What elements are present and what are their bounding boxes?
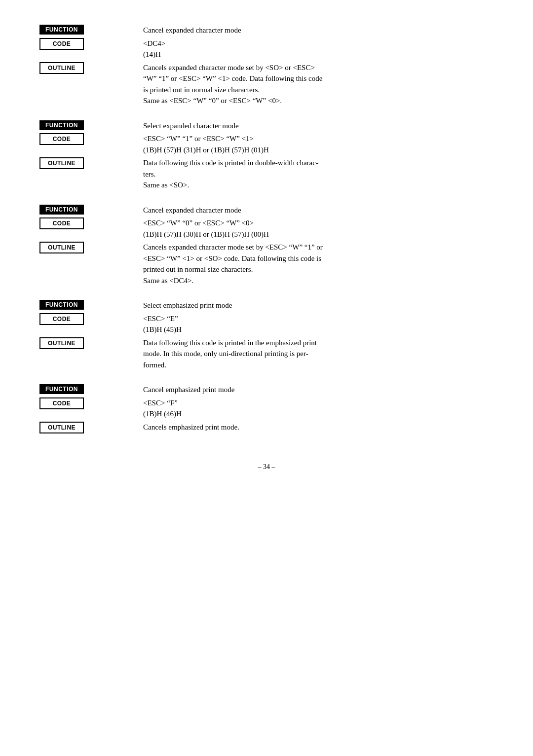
function-badge-1: FUNCTION [39,25,84,35]
outline-line-4-0: Data following this code is printed in t… [143,337,494,349]
function-label-1: FUNCTION [39,25,143,35]
outline-badge-3: OUTLINE [39,242,84,253]
code-badge-1: CODE [39,38,84,50]
code-badge-2: CODE [39,133,84,145]
code-line-2-1: (1B)H (57)H (31)H or (1B)H (57)H (01)H [143,144,494,156]
outline-line-3-3: Same as <DC4>. [143,275,494,287]
code-line-2-0: <ESC> “W” “1” or <ESC> “W” <1> [143,133,494,144]
outline-text-1: Cancels expanded character mode set by <… [143,62,494,107]
outline-text-4: Data following this code is printed in t… [143,337,494,371]
outline-line-1-1: “W” “1” or <ESC> “W” <1> code. Data foll… [143,73,494,84]
code-row-3: CODE <ESC> “W” “0” or <ESC> “W” <0> (1B)… [39,217,494,240]
outline-line-5-0: Cancels emphasized print mode. [143,422,494,433]
code-text-1: <DC4> (14)H [143,38,494,60]
entry-5: FUNCTION Cancel emphasized print mode CO… [39,384,494,433]
outline-label-3: OUTLINE [39,242,143,253]
outline-badge-4: OUTLINE [39,337,84,349]
page-content: FUNCTION Cancel expanded character mode … [39,25,494,471]
outline-line-4-2: formed. [143,360,494,371]
code-row-4: CODE <ESC> “E” (1B)H (45)H [39,313,494,335]
outline-line-1-3: Same as <ESC> “W” “0” or <ESC> “W” <0>. [143,95,494,107]
function-row-4: FUNCTION Select emphasized print mode [39,300,494,311]
code-text-4: <ESC> “E” (1B)H (45)H [143,313,494,335]
function-text-1: Cancel expanded character mode [143,25,494,36]
outline-row-4: OUTLINE Data following this code is prin… [39,337,494,371]
code-line-3-0: <ESC> “W” “0” or <ESC> “W” <0> [143,217,494,229]
code-label-4: CODE [39,313,143,325]
function-label-5: FUNCTION [39,384,143,394]
code-line-1-0: <DC4> [143,38,494,49]
outline-line-1-0: Cancels expanded character mode set by <… [143,62,494,73]
outline-text-2: Data following this code is printed in d… [143,157,494,191]
entry-1: FUNCTION Cancel expanded character mode … [39,25,494,107]
code-line-1-1: (14)H [143,49,494,60]
code-badge-3: CODE [39,217,84,229]
code-line-4-1: (1B)H (45)H [143,324,494,335]
code-badge-4: CODE [39,313,84,325]
code-label-1: CODE [39,38,143,50]
outline-badge-1: OUTLINE [39,62,84,74]
outline-line-1-2: is printed out in normal size characters… [143,84,494,96]
code-line-3-1: (1B)H (57)H (30)H or (1B)H (57)H (00)H [143,229,494,240]
function-text-4: Select emphasized print mode [143,300,494,311]
outline-badge-5: OUTLINE [39,422,84,433]
code-label-3: CODE [39,217,143,229]
function-label-3: FUNCTION [39,205,143,215]
outline-badge-2: OUTLINE [39,157,84,169]
code-text-5: <ESC> “F” (1B)H (46)H [143,397,494,420]
page-footer: – 34 – [39,463,494,471]
outline-line-3-1: <ESC> “W” <1> or <SO> code. Data followi… [143,253,494,264]
page-number: – 34 – [258,463,275,470]
function-text-5: Cancel emphasized print mode [143,384,494,396]
outline-row-3: OUTLINE Cancels expanded character mode … [39,242,494,286]
outline-line-3-2: printed out in normal size characters. [143,264,494,275]
function-badge-2: FUNCTION [39,120,84,130]
function-row-5: FUNCTION Cancel emphasized print mode [39,384,494,396]
outline-label-4: OUTLINE [39,337,143,349]
code-text-3: <ESC> “W” “0” or <ESC> “W” <0> (1B)H (57… [143,217,494,240]
outline-text-3: Cancels expanded character mode set by <… [143,242,494,286]
code-row-1: CODE <DC4> (14)H [39,38,494,60]
code-label-5: CODE [39,397,143,409]
outline-line-2-1: ters. [143,169,494,180]
function-label-4: FUNCTION [39,300,143,310]
entry-3: FUNCTION Cancel expanded character mode … [39,205,494,287]
function-row-3: FUNCTION Cancel expanded character mode [39,205,494,216]
function-row-1: FUNCTION Cancel expanded character mode [39,25,494,36]
function-text-3: Cancel expanded character mode [143,205,494,216]
function-text-2: Select expanded character mode [143,120,494,132]
entry-2: FUNCTION Select expanded character mode … [39,120,494,191]
function-row-2: FUNCTION Select expanded character mode [39,120,494,132]
code-row-5: CODE <ESC> “F” (1B)H (46)H [39,397,494,420]
code-line-4-0: <ESC> “E” [143,313,494,324]
outline-row-2: OUTLINE Data following this code is prin… [39,157,494,191]
outline-row-5: OUTLINE Cancels emphasized print mode. [39,422,494,433]
function-badge-5: FUNCTION [39,384,84,394]
function-badge-3: FUNCTION [39,205,84,215]
code-line-5-0: <ESC> “F” [143,397,494,409]
outline-line-4-1: mode. In this mode, only uni-directional… [143,348,494,360]
outline-label-1: OUTLINE [39,62,143,74]
outline-line-2-2: Same as <SO>. [143,180,494,191]
outline-line-3-0: Cancels expanded character mode set by <… [143,242,494,253]
entry-4: FUNCTION Select emphasized print mode CO… [39,300,494,370]
outline-line-2-0: Data following this code is printed in d… [143,157,494,169]
outline-label-5: OUTLINE [39,422,143,433]
code-line-5-1: (1B)H (46)H [143,408,494,420]
code-label-2: CODE [39,133,143,145]
code-badge-5: CODE [39,397,84,409]
function-label-2: FUNCTION [39,120,143,130]
code-text-2: <ESC> “W” “1” or <ESC> “W” <1> (1B)H (57… [143,133,494,155]
outline-row-1: OUTLINE Cancels expanded character mode … [39,62,494,107]
outline-label-2: OUTLINE [39,157,143,169]
function-badge-4: FUNCTION [39,300,84,310]
outline-text-5: Cancels emphasized print mode. [143,422,494,433]
code-row-2: CODE <ESC> “W” “1” or <ESC> “W” <1> (1B)… [39,133,494,155]
